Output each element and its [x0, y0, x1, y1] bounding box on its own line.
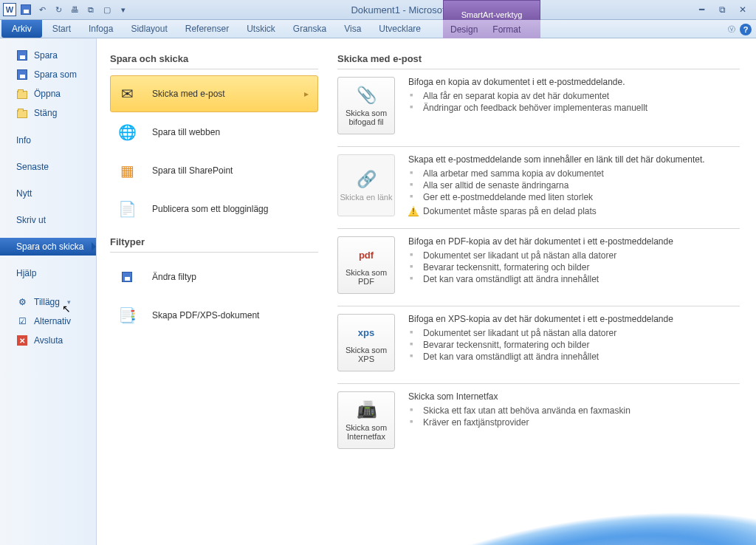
link-icon: 🔗: [357, 169, 377, 190]
bullet: Det kan vara omständligt att ändra inneh…: [419, 273, 740, 285]
sidebar-info[interactable]: Info: [0, 131, 96, 149]
print-icon[interactable]: 🖶: [68, 3, 81, 16]
save-as-icon: [16, 69, 28, 80]
sidebar-save-send[interactable]: Spara och skicka: [0, 238, 96, 256]
options-icon: ☑: [16, 315, 28, 327]
desc: Bifoga en kopia av dokumentet i ett e-po…: [408, 77, 740, 134]
sidebar-save-as[interactable]: Spara som: [0, 65, 96, 84]
send-link-button: 🔗 Skicka en länk: [337, 154, 395, 216]
sidebar-recent[interactable]: Senaste: [0, 158, 96, 176]
sidebar-save[interactable]: Spara: [0, 46, 96, 65]
desc: Skicka som Internetfax Skicka ett fax ut…: [408, 391, 740, 449]
bullet: Ger ett e-postmeddelande med liten storl…: [419, 191, 740, 203]
ribbon-tabs: Arkiv Start Infoga Sidlayout Referenser …: [0, 20, 756, 38]
desc: Skapa ett e-postmeddelande som innehålle…: [408, 154, 740, 216]
category-create-pdf-xps[interactable]: 📑 Skapa PDF/XPS-dokument: [110, 297, 318, 334]
tab-mailings[interactable]: Utskick: [238, 20, 284, 38]
bullet: Alla arbetar med samma kopia av dokument…: [419, 168, 740, 179]
category-publish-blog[interactable]: 📄 Publicera som ett blogginlägg: [110, 191, 318, 227]
label: Spara till SharePoint: [152, 165, 233, 176]
bullet: Bevarar teckensnitt, formatering och bil…: [419, 339, 740, 351]
sidebar-addins[interactable]: ⚙Tillägg▾: [0, 292, 96, 312]
panel-heading: Skicka med e-post: [337, 53, 740, 64]
send-attachment-button[interactable]: 📎 Skicka som bifogad fil: [337, 77, 395, 134]
lead: Bifoga en XPS-kopia av det här dokumente…: [408, 314, 740, 324]
addins-icon: ⚙: [16, 296, 28, 308]
lead: Skapa ett e-postmeddelande som innehålle…: [408, 154, 740, 165]
sidebar-help[interactable]: Hjälp: [0, 264, 96, 282]
tab-file[interactable]: Arkiv: [1, 20, 42, 38]
send-fax-button[interactable]: 📠 Skicka som Internetfax: [337, 391, 395, 449]
tab-review[interactable]: Granska: [284, 20, 335, 38]
label: Spara som: [34, 69, 77, 80]
heading-filetypes: Filtyper: [110, 236, 318, 247]
backstage-view: Spara Spara som Öppna Stäng Info Senaste…: [0, 38, 756, 545]
label: Skicka med e-post: [152, 89, 225, 99]
category-save-web[interactable]: 🌐 Spara till webben: [110, 114, 318, 151]
attachment-icon: 📎: [357, 85, 377, 106]
bullet: Skicka ett fax utan att behöva använda e…: [419, 405, 740, 417]
tab-layout[interactable]: Sidlayout: [122, 20, 176, 38]
sidebar-close[interactable]: Stäng: [0, 103, 96, 123]
sidebar-print[interactable]: Skriv ut: [0, 211, 96, 229]
quick-access-toolbar: W ↶ ↻ 🖶 ⧉ ▢ ▾: [0, 3, 130, 16]
sidebar-new[interactable]: Nytt: [0, 185, 96, 202]
help-icon[interactable]: ?: [740, 24, 752, 35]
send-email-panel: Skicka med e-post 📎 Skicka som bifogad f…: [327, 38, 756, 545]
label: Öppna: [34, 89, 61, 99]
category-save-sharepoint[interactable]: ▦ Spara till SharePoint: [110, 152, 318, 189]
tab-home[interactable]: Start: [44, 20, 80, 38]
copy-icon[interactable]: ⧉: [84, 3, 97, 16]
globe-icon: 🌐: [115, 120, 139, 144]
label: Tillägg: [34, 297, 60, 307]
minimize-ribbon-icon[interactable]: ⓥ: [728, 24, 735, 35]
qat-more-icon[interactable]: ▾: [117, 3, 130, 16]
tab-design[interactable]: Design: [443, 20, 485, 38]
pdf-xps-icon: 📑: [115, 304, 139, 327]
app-icon: W: [3, 3, 16, 16]
redo-icon[interactable]: ↻: [52, 3, 65, 16]
category-send-email[interactable]: ✉ Skicka med e-post: [110, 75, 318, 112]
bullet: Dokumentet ser likadant ut på nästan all…: [419, 327, 740, 339]
new-icon[interactable]: ▢: [100, 3, 114, 16]
option-send-fax: 📠 Skicka som Internetfax Skicka som Inte…: [337, 391, 740, 449]
heading-save-send: Spara och skicka: [110, 53, 318, 64]
option-send-attachment: 📎 Skicka som bifogad fil Bifoga en kopia…: [337, 77, 740, 134]
label: Skapa PDF/XPS-dokument: [152, 310, 259, 321]
lead: Bifoga en PDF-kopia av det här dokumente…: [408, 236, 740, 247]
label: Ändra filtyp: [152, 272, 196, 282]
category-change-filetype[interactable]: Ändra filtyp: [110, 258, 318, 295]
email-icon: ✉: [115, 82, 139, 106]
tab-references[interactable]: Referenser: [176, 20, 238, 38]
sidebar-options[interactable]: ☑Alternativ: [0, 312, 96, 331]
filetype-icon: [115, 265, 139, 289]
window-controls: ━ ⧉ ✕: [694, 4, 756, 15]
fax-icon: 📠: [357, 400, 377, 420]
restore-button[interactable]: ⧉: [715, 4, 729, 15]
warning: ! Dokumentet måste sparas på en delad pl…: [408, 206, 740, 216]
label: Alternativ: [34, 316, 71, 326]
window-title: Dokument1 - Microsoft Word: [130, 4, 694, 16]
tab-view[interactable]: Visa: [335, 20, 370, 38]
bullet: Ändringar och feedback behöver implement…: [419, 102, 740, 114]
option-send-link: 🔗 Skicka en länk Skapa ett e-postmeddela…: [337, 154, 740, 216]
label: Spara och skicka: [16, 241, 83, 252]
label: Skicka som XPS: [340, 346, 393, 363]
tab-developer[interactable]: Utvecklare: [370, 20, 430, 38]
minimize-button[interactable]: ━: [694, 4, 709, 15]
label: Skicka som bifogad fil: [340, 109, 393, 126]
send-pdf-button[interactable]: pdf Skicka som PDF: [337, 236, 395, 294]
sidebar-open[interactable]: Öppna: [0, 84, 96, 103]
warn-text: Dokumentet måste sparas på en delad plat…: [423, 206, 597, 216]
send-xps-button[interactable]: xps Skicka som XPS: [337, 314, 395, 371]
save-icon[interactable]: [19, 3, 32, 16]
tab-format[interactable]: Format: [485, 20, 528, 38]
sidebar-exit[interactable]: ✕Avsluta: [0, 331, 96, 350]
exit-icon: ✕: [16, 335, 28, 346]
close-button[interactable]: ✕: [735, 4, 750, 15]
tab-insert[interactable]: Infoga: [80, 20, 122, 38]
bullet: Dokumentet ser likadant ut på nästan all…: [419, 250, 740, 261]
bullet: Kräver en faxtjänstprovider: [419, 417, 740, 428]
pdf-icon: pdf: [359, 244, 374, 265]
undo-icon[interactable]: ↶: [35, 3, 49, 16]
